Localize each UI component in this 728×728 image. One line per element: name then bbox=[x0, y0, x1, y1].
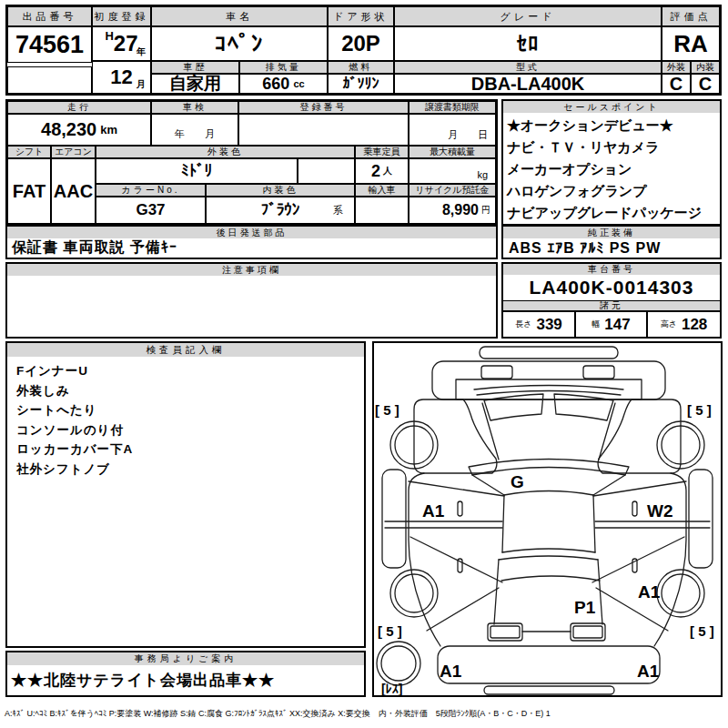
door-shape-label: ドア形状 bbox=[328, 6, 394, 26]
inspector-note-item: シートへたり bbox=[16, 400, 355, 420]
first-registration-month: 12 月 bbox=[92, 61, 151, 94]
car-name-value: ｺﾍﾟﾝ bbox=[151, 26, 328, 61]
max-load-label: 最大積載量 bbox=[409, 146, 496, 158]
damage-mark-door-left: A1 bbox=[422, 501, 445, 521]
door-handle-left bbox=[458, 501, 462, 516]
width-label: 幅 bbox=[592, 318, 600, 330]
inspector-notes-box: 検査員記入欄 FインナーU 外装しみ シートへたり コンソールのり付 ロッカーカ… bbox=[5, 341, 366, 648]
door-handle-right bbox=[632, 501, 637, 516]
chassis-box: 車台番号 LA400K-0014303 諸元 長さ 339 幅 147 高さ 1… bbox=[501, 262, 722, 339]
exterior-color-empty-cell bbox=[298, 158, 355, 184]
shift-label: シフト bbox=[7, 146, 51, 158]
rear-bumper bbox=[438, 646, 660, 683]
auction-number-label: 出品番号 bbox=[7, 6, 92, 26]
door-shape-value: 20P bbox=[328, 26, 394, 61]
spare-tire bbox=[377, 642, 420, 685]
chassis-number-label: 車台番号 bbox=[503, 264, 720, 275]
history-value: 自家用 bbox=[151, 74, 239, 94]
mileage-value: 48,230km bbox=[7, 114, 151, 146]
score-label: 評価点 bbox=[662, 6, 720, 26]
body-side-left bbox=[409, 473, 440, 646]
inspection-value: 年 月 bbox=[151, 114, 238, 146]
era-mark: H bbox=[105, 29, 113, 43]
tail-light-left-inner bbox=[490, 626, 520, 638]
notes-label: 注意事項欄 bbox=[7, 264, 496, 276]
notes-box: 注意事項欄 bbox=[5, 262, 498, 339]
first-registration-year: H27 年 bbox=[92, 26, 151, 61]
damage-mark-quarter-right: A1 bbox=[638, 582, 661, 602]
import-car-value bbox=[355, 197, 409, 224]
trunk-arc bbox=[501, 576, 600, 581]
interior-grade-label: 内装 bbox=[691, 61, 720, 74]
spare-tire-inner bbox=[381, 646, 416, 681]
grade-label: グレード bbox=[394, 6, 662, 26]
later-parts-label: 後日発送部品 bbox=[7, 227, 496, 238]
recycle-deposit-unit: 円 bbox=[481, 204, 490, 217]
exterior-grade-value: C bbox=[662, 74, 691, 94]
inspector-note-item: コンソールのり付 bbox=[16, 420, 355, 440]
inspector-notes-label: 検査員記入欄 bbox=[7, 343, 364, 357]
inspector-note-item: FインナーU bbox=[16, 361, 355, 381]
interior-color-suffix: 系 bbox=[333, 204, 343, 217]
exterior-grade-label: 外装 bbox=[662, 61, 691, 74]
first-registration-label: 初度登録 bbox=[92, 6, 151, 26]
fuel-value: ｶﾞｿﾘﾝ bbox=[328, 74, 394, 94]
auction-number-empty-cell bbox=[7, 66, 92, 94]
score-value: RA bbox=[662, 26, 720, 61]
oem-equipment-label: 純正装備 bbox=[503, 227, 720, 238]
sales-point-item: ナビアップグレードパッケージ bbox=[507, 202, 716, 224]
tire-depth-rear-right: [ 5 ] bbox=[690, 623, 714, 639]
mileage-label: 走行 bbox=[7, 101, 151, 114]
exterior-color-value: ﾐﾄﾞﾘ bbox=[96, 158, 298, 184]
aircon-value: AAC bbox=[51, 158, 96, 224]
displacement-unit: cc bbox=[293, 78, 304, 89]
recycle-deposit-label: リサイクル預託金 bbox=[409, 184, 496, 197]
inspector-note-item: 外装しみ bbox=[16, 381, 355, 401]
mileage-unit: km bbox=[100, 123, 117, 136]
transfer-deadline-value: 月 日 bbox=[409, 114, 496, 146]
damage-mark-door-right: W2 bbox=[647, 501, 673, 521]
rocker-panel-left bbox=[382, 470, 406, 568]
oem-equipment-value: ABS ｴｱB ｱﾙﾐ PS PW bbox=[503, 238, 720, 258]
rear-deck-arc bbox=[502, 549, 595, 552]
damage-mark-windshield: G bbox=[511, 472, 524, 491]
shift-value: FAT bbox=[7, 158, 51, 224]
sales-points-label: セールスポイント bbox=[503, 101, 720, 113]
inspector-notes-list: FインナーU 外装しみ シートへたり コンソールのり付 ロッカーカバー下A 社外… bbox=[7, 357, 364, 646]
rear-quarter-line-right-1 bbox=[592, 537, 684, 582]
year-suffix: 年 bbox=[136, 46, 146, 58]
cowl-panel bbox=[456, 379, 642, 399]
notes-value bbox=[7, 276, 496, 337]
damage-diagram-box: G A1 W2 A1 P1 A1 A1 [ 5 ] [ 5 ] [ 5 ] [ … bbox=[372, 341, 723, 697]
cockpit-side-left bbox=[502, 495, 504, 552]
damage-mark-trunk: P1 bbox=[574, 598, 596, 617]
month-suffix: 月 bbox=[136, 78, 146, 91]
interior-color-value: ﾌﾞﾗｳﾝ 系 bbox=[206, 197, 355, 224]
trunk-side-right bbox=[598, 560, 602, 624]
inspector-note-item: 社外シフトノブ bbox=[16, 460, 355, 480]
color-no-value: G37 bbox=[96, 197, 206, 224]
front-bumper bbox=[432, 361, 665, 399]
windshield-glass-right bbox=[554, 394, 613, 420]
color-no-label: カラーNo. bbox=[96, 184, 206, 197]
inspection-label: 車検 bbox=[151, 101, 238, 114]
later-parts-value: 保証書 車両取説 予備ｷｰ bbox=[7, 238, 496, 258]
vehicle-detail-table: 走行 48,230km 車検 年 月 登録番号 譲渡書類期限 月 日 シフト F… bbox=[5, 99, 498, 226]
model-code-value: DBA-LA400K bbox=[394, 74, 662, 94]
rear-edge-strip bbox=[484, 686, 614, 694]
history-label: 車歴 bbox=[151, 61, 239, 74]
recycle-deposit-value: 8,990円 bbox=[409, 197, 496, 224]
auction-number-value: 74561 bbox=[7, 26, 92, 63]
car-name-label: 車名 bbox=[151, 6, 328, 26]
sales-point-item: メーカーオプション bbox=[507, 158, 716, 180]
model-code-label: 型式 bbox=[394, 61, 662, 74]
rocker-panel-right bbox=[689, 470, 713, 568]
length-label: 長さ bbox=[515, 318, 531, 330]
tail-light-right-inner bbox=[573, 626, 602, 638]
damage-mark-bumper-right: A1 bbox=[637, 662, 660, 681]
chassis-number-value: LA400K-0014303 bbox=[503, 275, 720, 300]
spare-tire-label: [ﾚｽ] bbox=[381, 682, 402, 695]
grade-value: ｾﾛ bbox=[394, 26, 662, 61]
cockpit-side-right bbox=[593, 495, 595, 552]
aircon-label: エアコン bbox=[51, 146, 96, 158]
